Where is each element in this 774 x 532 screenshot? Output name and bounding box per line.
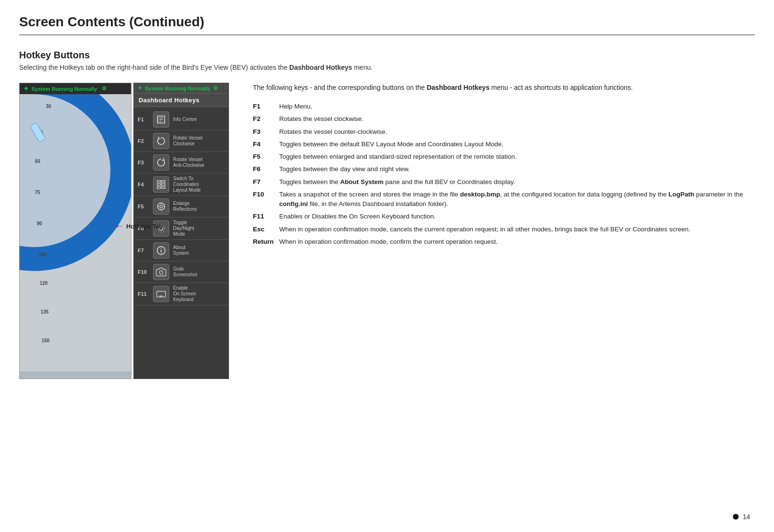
desc-f1: Help Menu.	[279, 100, 755, 113]
desc-f4: Toggles between the default BEV Layout M…	[279, 138, 755, 151]
hotkey-label-f10: GrabScreenshot	[173, 266, 197, 278]
table-row: Return When in operation confirmation mo…	[253, 236, 755, 248]
bev-status-icon: ✦	[23, 85, 29, 92]
key-f1: F1	[253, 100, 279, 113]
svg-point-7	[160, 205, 163, 208]
hotkeys-tab-label: ← Hotkeys Tab	[115, 221, 163, 231]
hotkey-item-f10: F10 GrabScreenshot	[134, 261, 229, 283]
table-row: F6 Toggles between the day view and nigh…	[253, 163, 755, 175]
tick-120: 120	[40, 281, 48, 286]
key-f4: F4	[253, 138, 279, 151]
svg-line-18	[163, 230, 164, 231]
section-desc-plain: Selecting the Hotkeys tab on the right-h…	[19, 64, 289, 71]
table-row: Esc When in operation confirmation mode,…	[253, 223, 755, 236]
section-description: Selecting the Hotkeys tab on the right-h…	[19, 64, 755, 71]
dashboard-status-gear2: ⚙	[213, 85, 218, 91]
svg-rect-3	[162, 184, 165, 185]
desc-f7: Toggles between the About System pane an…	[279, 176, 755, 188]
hotkeys-tab-text: Hotkeys Tab	[126, 223, 163, 230]
hotkey-icon-rotate-cw	[153, 133, 169, 149]
hotkey-key-f3: F3	[138, 160, 149, 165]
key-esc: Esc	[253, 223, 279, 236]
svg-rect-1	[162, 181, 165, 183]
desc-f10: Takes a snapshot of the screen and store…	[279, 188, 755, 211]
svg-point-24	[159, 271, 163, 274]
hotkey-icon-grid	[153, 176, 169, 193]
hotkey-item-f5: F5 EnlargeReflections	[134, 196, 229, 217]
table-row: F4 Toggles between the default BEV Layou…	[253, 138, 755, 151]
tick-135: 135	[41, 309, 49, 315]
svg-rect-4	[157, 187, 161, 189]
bev-arc-area: 30 45 60 75 90 105 120 135 150	[20, 94, 131, 371]
hotkey-icon-keyboard	[153, 286, 169, 302]
hotkey-label-f11: EnableOn ScreenKeyboard	[173, 285, 196, 303]
page-number: 14	[742, 513, 750, 521]
hotkey-key-f2: F2	[138, 138, 149, 144]
hotkeys-tab-arrow: ←	[115, 221, 123, 231]
dashboard-status-icon: ✦	[138, 85, 142, 91]
table-row: F3 Rotates the vessel counter-clockwise.	[253, 126, 755, 138]
desc-f3: Rotates the vessel counter-clockwise.	[279, 126, 755, 138]
bev-status-text: System Running Normally	[32, 86, 97, 92]
desc-f2: Rotates the vessel clockwise.	[279, 113, 755, 125]
section-desc-end: menu.	[352, 64, 373, 71]
key-f10: F10	[253, 188, 279, 211]
key-f3: F3	[253, 126, 279, 138]
hotkey-label-f5: EnlargeReflections	[173, 201, 196, 212]
hotkey-item-f11: F11 EnableOn ScreenKeyboard	[134, 283, 229, 305]
key-f7: F7	[253, 176, 279, 188]
table-row: F10 Takes a snapshot of the screen and s…	[253, 188, 755, 211]
bev-status-gear: ⚙	[102, 86, 107, 92]
hotkey-label-f7: AboutSystem	[173, 245, 189, 256]
hotkey-list: F1 Info Centre F2 Rotate VesselClockwise	[134, 107, 229, 379]
desc-return: When in operation confirmation mode, con…	[279, 236, 755, 248]
page-title: Screen Contents (Continued)	[19, 14, 755, 35]
hotkey-item-f1: F1 Info Centre	[134, 109, 229, 130]
svg-rect-5	[162, 187, 165, 189]
key-table: F1 Help Menu. F2 Rotates the vessel cloc…	[253, 100, 755, 248]
hotkey-label-f2: Rotate VesselClockwise	[173, 135, 203, 147]
page-dot	[733, 514, 739, 520]
tick-60: 60	[35, 159, 40, 164]
svg-rect-0	[157, 181, 161, 183]
hotkey-icon-camera	[153, 264, 169, 280]
hotkey-label-f1: Info Centre	[173, 117, 196, 122]
desc-f5: Toggles between enlarged and standard-si…	[279, 151, 755, 163]
hotkey-key-f5: F5	[138, 204, 149, 209]
tick-105: 105	[39, 252, 47, 257]
key-f5: F5	[253, 151, 279, 163]
bev-status-bar: ✦ System Running Normally ⚙	[20, 83, 131, 94]
hotkey-item-f7: F7 AboutSystem	[134, 240, 229, 261]
tick-150: 150	[42, 338, 50, 343]
hotkey-key-f11: F11	[138, 291, 149, 297]
key-f6: F6	[253, 163, 279, 175]
hotkey-key-f1: F1	[138, 117, 149, 122]
table-row: F11 Enables or Disables the On Screen Ke…	[253, 210, 755, 223]
hotkey-key-f10: F10	[138, 269, 149, 275]
svg-rect-2	[157, 184, 161, 185]
hotkey-label-f3: Rotate VesselAnti-Clockwise	[173, 157, 205, 168]
tick-75: 75	[35, 190, 40, 195]
table-row: F7 Toggles between the About System pane…	[253, 176, 755, 188]
dashboard-header: ✦ System Running Normally ⚙	[134, 83, 229, 94]
page-number-area: 14	[733, 513, 750, 521]
key-f11: F11	[253, 210, 279, 223]
dashboard-status-text: System Running Normally	[145, 86, 210, 91]
table-row: F1 Help Menu.	[253, 100, 755, 113]
desc-esc: When in operation confirmation mode, can…	[279, 223, 755, 236]
hotkey-icon-book	[153, 111, 169, 128]
hotkey-label-f6: ToggleDay/NightMode	[173, 220, 194, 237]
left-panel: ✦ System Running Normally ⚙ 30 45 60 75 …	[19, 83, 229, 379]
svg-point-23	[161, 248, 162, 249]
desc-f6: Toggles between the day view and night v…	[279, 163, 755, 175]
desc-f11: Enables or Disables the On Screen Keyboa…	[279, 210, 755, 223]
section-desc-bold: Dashboard Hotkeys	[289, 64, 352, 71]
hotkey-icon-rotate-ccw	[153, 154, 169, 171]
tick-30: 30	[46, 104, 51, 109]
hotkey-icon-info	[153, 242, 169, 259]
section-title: Hotkey Buttons	[19, 50, 755, 61]
dashboard-title: Dashboard Hotkeys	[134, 94, 229, 107]
hotkey-icon-enlarge	[153, 198, 169, 215]
right-panel: The following keys - and the correspondi…	[243, 83, 755, 248]
svg-line-19	[163, 226, 164, 227]
